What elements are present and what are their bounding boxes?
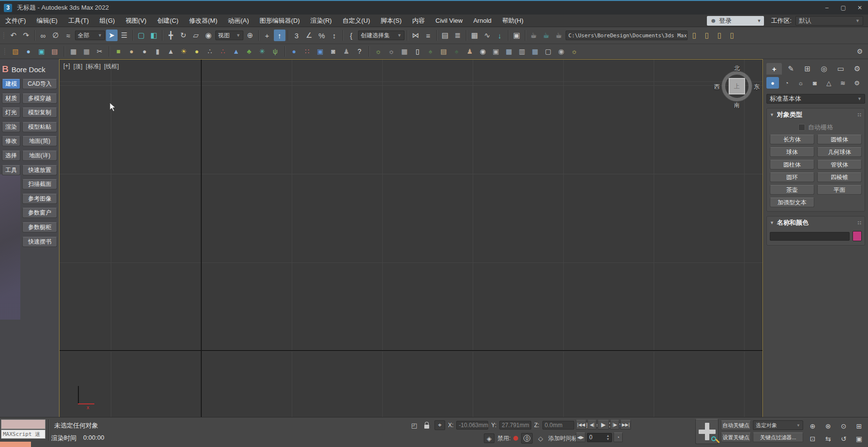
maximize-viewport-icon[interactable]: ▣ bbox=[852, 432, 867, 445]
subtab-helpers[interactable]: △ bbox=[823, 77, 835, 89]
view-cube[interactable]: 上 北 南 西 东 bbox=[716, 65, 758, 108]
menu-item[interactable]: 动画(A) bbox=[223, 15, 254, 27]
primitive-button-平面[interactable]: 平面 bbox=[817, 185, 862, 195]
select-move-icon[interactable]: ╋ bbox=[165, 30, 177, 41]
percent-snap-icon[interactable]: % bbox=[316, 30, 328, 41]
camera-icon[interactable]: ▦ bbox=[68, 46, 79, 57]
primitive-button-四棱锥[interactable]: 四棱锥 bbox=[817, 172, 862, 182]
named-selection-dropdown[interactable]: 创建选择集▼ bbox=[358, 31, 404, 40]
unlink-selection-icon[interactable]: ∅ bbox=[50, 30, 61, 41]
menu-item[interactable]: 视图(V) bbox=[120, 15, 151, 27]
rollout-header[interactable]: ▼ 对象类型 ∷ bbox=[770, 110, 862, 119]
current-frame-field[interactable]: 0 ▲▼ bbox=[587, 433, 612, 442]
align-icon[interactable]: ≡ bbox=[422, 30, 434, 41]
notification-counter-button[interactable]: 0 bbox=[521, 433, 533, 444]
menu-item[interactable]: Arnold bbox=[468, 15, 497, 27]
dock-button-模型复制[interactable]: 模型复制 bbox=[22, 108, 57, 118]
edit-named-selections-icon[interactable]: { bbox=[345, 30, 357, 41]
curve-editor-icon[interactable]: ∿ bbox=[481, 30, 493, 41]
dock-button-快速摆书[interactable]: 快速摆书 bbox=[22, 237, 57, 247]
dock-button-参数窗户[interactable]: 参数窗户 bbox=[22, 208, 57, 218]
use-pivot-center-icon[interactable]: ⊕ bbox=[244, 30, 256, 41]
display-panel-icon[interactable]: ▣ bbox=[36, 46, 47, 57]
dock-button-修改[interactable]: 修改 bbox=[2, 136, 20, 146]
set-key-button[interactable]: 设置关键点 bbox=[721, 432, 751, 442]
menu-item[interactable]: 组(G) bbox=[94, 15, 120, 27]
spinner-snap-icon[interactable]: ↕ bbox=[329, 30, 340, 41]
grass-icon[interactable]: ψ bbox=[270, 46, 281, 57]
key-mode-toggle[interactable]: ◀▶ bbox=[576, 432, 585, 442]
select-by-name-icon[interactable]: ☰ bbox=[119, 30, 130, 41]
object-name-input[interactable] bbox=[770, 232, 850, 241]
menu-item[interactable]: 修改器(M) bbox=[184, 15, 223, 27]
render-production-icon[interactable]: ☕ bbox=[553, 30, 565, 41]
primitive-button-加强型文本[interactable]: 加强型文本 bbox=[770, 198, 814, 207]
slate-editor-icon[interactable]: ▧ bbox=[10, 46, 21, 57]
keyboard-override-icon[interactable]: ↑ bbox=[274, 30, 285, 41]
projector-icon[interactable]: ◙ bbox=[328, 46, 339, 57]
next-frame-button[interactable]: |▶ bbox=[610, 420, 619, 430]
sphere-gray-icon[interactable]: ● bbox=[139, 46, 150, 57]
subtab-geometry[interactable]: ● bbox=[766, 77, 779, 89]
sphere-tan-icon[interactable]: ● bbox=[126, 46, 137, 57]
menu-item[interactable]: 编辑(E) bbox=[31, 15, 63, 27]
sphere-shiny-icon[interactable]: ● bbox=[289, 46, 299, 57]
script-scroll-2-icon[interactable]: ▯ bbox=[701, 30, 713, 41]
primitive-category-dropdown[interactable]: 标准基本体 ▼ bbox=[766, 94, 865, 104]
toolbar-grip[interactable]: ┊ bbox=[3, 48, 6, 55]
subtab-lights[interactable]: ☼ bbox=[794, 77, 807, 89]
rollout-header[interactable]: ▼ 名称和颜色 ∷ bbox=[770, 218, 862, 227]
shrub-icon[interactable]: ♣ bbox=[244, 46, 254, 57]
zoom-region-icon[interactable]: ⊡ bbox=[805, 432, 820, 445]
particle-spheres-icon[interactable]: ∴ bbox=[205, 46, 215, 57]
y-coordinate-field[interactable]: 27.791mm bbox=[499, 421, 531, 430]
help-icon[interactable]: ? bbox=[354, 46, 365, 57]
previous-frame-button[interactable]: ◀| bbox=[587, 420, 597, 430]
menu-item[interactable]: Civil View bbox=[430, 15, 468, 27]
spinner-icon[interactable]: ▲▼ bbox=[606, 434, 610, 441]
close-button[interactable]: ✕ bbox=[852, 1, 868, 15]
reference-coordinate-dropdown[interactable]: 视图▼ bbox=[215, 31, 243, 40]
key-filters-button[interactable]: 关键点过滤器... bbox=[753, 432, 803, 442]
dock-button-渲染[interactable]: 渲染 bbox=[2, 122, 20, 132]
select-link-icon[interactable]: ∞ bbox=[37, 30, 49, 41]
flower-icon[interactable]: ✳ bbox=[257, 46, 268, 57]
viewport-top[interactable]: [+][顶][标准][线框] 上 北 南 西 东 x bbox=[59, 59, 763, 418]
viewcube-top-face[interactable]: 上 bbox=[729, 78, 745, 94]
light-gray-icon[interactable]: ☼ bbox=[386, 46, 397, 57]
menu-item[interactable]: 文件(F) bbox=[0, 15, 31, 27]
menu-item[interactable]: 渲染(R) bbox=[305, 15, 337, 27]
undo-icon[interactable]: ↶ bbox=[8, 30, 19, 41]
cone-blue-icon[interactable]: ▲ bbox=[231, 46, 241, 57]
cone-icon[interactable]: ▲ bbox=[165, 46, 176, 57]
orbit-icon[interactable]: ↺ bbox=[836, 432, 851, 445]
ribbon-toggle-icon[interactable]: ▦ bbox=[469, 30, 480, 41]
dock-button-灯光[interactable]: 灯光 bbox=[2, 108, 20, 118]
window-crossing-icon[interactable]: ◧ bbox=[148, 30, 160, 41]
tab-hierarchy[interactable]: ⊞ bbox=[800, 63, 815, 75]
tree-icon[interactable]: ♠ bbox=[451, 46, 462, 57]
eye-icon[interactable]: ◉ bbox=[478, 46, 488, 57]
camera-target-icon[interactable]: ▦ bbox=[81, 46, 92, 57]
sun-icon[interactable]: ☀ bbox=[179, 46, 189, 57]
viewport-label-part[interactable]: [顶] bbox=[74, 62, 83, 71]
menu-item[interactable]: 创建(C) bbox=[152, 15, 184, 27]
viewport-label-part[interactable]: [+] bbox=[63, 62, 70, 71]
script-scroll-1-icon[interactable]: ▯ bbox=[688, 30, 700, 41]
monitor-blue-icon[interactable]: ▣ bbox=[315, 46, 326, 57]
workspace-dropdown[interactable]: 默认 ▼ bbox=[795, 16, 863, 26]
menu-item[interactable]: 内容 bbox=[407, 15, 430, 27]
menu-item[interactable]: 脚本(S) bbox=[375, 15, 407, 27]
viewcube-east-label[interactable]: 东 bbox=[754, 83, 760, 91]
tab-modify[interactable]: ✎ bbox=[783, 63, 798, 75]
bind-spacewarp-icon[interactable]: ≈ bbox=[62, 30, 74, 41]
viewcube-north-label[interactable]: 北 bbox=[734, 64, 740, 73]
dock-button-参考图像[interactable]: 参考图像 bbox=[22, 194, 57, 204]
section-cut-icon[interactable]: ✂ bbox=[94, 46, 105, 57]
primitive-button-球体[interactable]: 球体 bbox=[770, 147, 814, 157]
dock-button-模型粘贴[interactable]: 模型粘贴 bbox=[22, 122, 57, 132]
monitor-gray-icon[interactable]: ▣ bbox=[491, 46, 501, 57]
dock-button-地面(详)[interactable]: 地面(详) bbox=[22, 151, 57, 161]
subtab-systems[interactable]: ⚙ bbox=[851, 77, 863, 89]
object-color-swatch[interactable] bbox=[853, 231, 862, 241]
